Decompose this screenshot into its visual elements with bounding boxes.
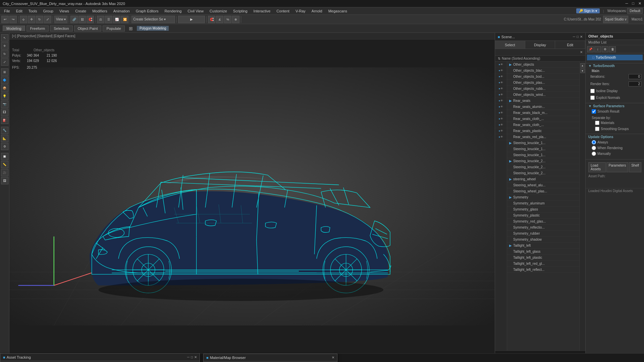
lt-scale[interactable]: ⤢ <box>1 58 8 66</box>
move-tool[interactable]: ✛ <box>28 16 35 23</box>
scene-item-taillight-left[interactable]: ▶Taillight_left <box>507 243 579 249</box>
scene-item-tl-plastic[interactable]: Taillight_left_plastic <box>507 255 579 261</box>
lt-btn16[interactable]: 📏 <box>1 161 8 168</box>
redo-button[interactable]: ↪ <box>9 16 17 23</box>
iterations-input[interactable] <box>629 74 641 79</box>
menu-views[interactable]: Views <box>57 8 72 14</box>
lt-btn9[interactable]: 📷 <box>1 101 8 108</box>
lt-btn10[interactable]: 🎞 <box>1 109 8 116</box>
scene-item-rs-cloth1[interactable]: Rear_seats_cloth_... <box>507 116 579 122</box>
scene-item-sk2[interactable]: ▶Steering_knuckle_2... <box>507 158 579 164</box>
menu-content[interactable]: Content <box>274 8 292 14</box>
scene-item-sk2b[interactable]: Steering_knuckle_2... <box>507 170 579 176</box>
menu-interactive[interactable]: Interactive <box>251 8 273 14</box>
scene-item-tl-glass[interactable]: Taillight_left_glass <box>507 249 579 255</box>
menu-vray[interactable]: V-Ray <box>293 8 308 14</box>
scene-panel-close[interactable]: ✕ <box>580 35 583 39</box>
scene-scrollbar[interactable] <box>495 351 585 353</box>
scene-item-rs-red[interactable]: Rear_seats_red_pla... <box>507 134 579 140</box>
scene-tab-display[interactable]: Display <box>525 41 555 49</box>
snap-3d[interactable]: 🧲 <box>208 16 215 23</box>
lt-btn7[interactable]: 📦 <box>1 84 8 92</box>
workspace-studio-dropdown[interactable]: Squid Studio v <box>603 16 628 23</box>
polygon-modeling-label[interactable]: Polygon Modeling <box>137 26 169 31</box>
mod-btn-delete[interactable]: 🗑 <box>609 46 616 52</box>
isoline-display-checkbox[interactable] <box>590 89 595 93</box>
mirror-tool[interactable]: ⚖ <box>97 16 104 23</box>
menu-customize[interactable]: Customize <box>207 8 230 14</box>
rotate-tool[interactable]: ↻ <box>36 16 43 23</box>
scene-item-sym-red-glass[interactable]: Symmetry_red_glas... <box>507 219 579 225</box>
menu-scripting[interactable]: Scripting <box>230 8 250 14</box>
scene-item-oo-window[interactable]: Other_objects_wind... <box>507 92 579 98</box>
scene-item-sw-aluminum[interactable]: Steering_wheel_alu... <box>507 182 579 188</box>
close-button[interactable]: ✕ <box>638 1 641 6</box>
at-close[interactable]: ✕ <box>194 355 197 359</box>
scene-items-list[interactable]: ▶Other_objects Other_objects_blac... Oth… <box>507 62 579 351</box>
lt-move[interactable]: ✛ <box>1 42 8 50</box>
scene-item-sym-shadow[interactable]: Symmetry_shadow <box>507 237 579 243</box>
always-radio[interactable] <box>592 140 596 144</box>
scene-item-other-objects[interactable]: ▶Other_objects <box>507 62 579 68</box>
render-iters-input[interactable] <box>629 81 641 86</box>
lt-btn14[interactable]: ⚙ <box>1 143 8 150</box>
menu-create[interactable]: Create <box>72 8 89 14</box>
undo-button[interactable]: ↩ <box>1 16 9 23</box>
scene-item-sym-reflection[interactable]: Symmetry_reflectio... <box>507 225 579 231</box>
menu-rendering[interactable]: Rendering <box>162 8 184 14</box>
lt-btn6[interactable]: 🔷 <box>1 76 8 84</box>
ribbon-tab-object-paint[interactable]: Object Paint <box>74 25 102 32</box>
scale-tool[interactable]: ⤢ <box>44 16 51 23</box>
scene-item-sym-rubber[interactable]: Symmetry_rubber <box>507 231 579 237</box>
scene-item-oo-plastic[interactable]: Other_objects_plas... <box>507 80 579 86</box>
lt-rotate[interactable]: ↻ <box>1 50 8 58</box>
scene-scroll-up[interactable]: ▲ <box>580 63 585 68</box>
surface-params-collapse[interactable]: ▼ <box>588 104 592 108</box>
scene-panel-minimize[interactable]: ─ <box>573 35 575 39</box>
align-tool[interactable]: ☰ <box>105 16 112 23</box>
when-rendering-radio[interactable] <box>592 146 596 150</box>
materials-checkbox[interactable] <box>595 121 599 125</box>
load-assets-button[interactable]: Load Assets <box>588 162 606 172</box>
scene-item-rear-seats[interactable]: ▶Rear_seats <box>507 98 579 104</box>
scene-item-sk1a[interactable]: Steering_knuckle_1... <box>507 146 579 152</box>
menu-civil-view[interactable]: Civil View <box>185 8 206 14</box>
scene-item-rs-cloth2[interactable]: Rear_seats_cloth_... <box>507 122 579 128</box>
smooth-result-checkbox[interactable] <box>592 109 596 114</box>
ribbon-tab-populate[interactable]: Populate <box>103 25 124 32</box>
mod-btn-config[interactable]: ⚙ <box>602 46 608 52</box>
menu-file[interactable]: File <box>1 8 13 14</box>
menu-modifiers[interactable]: Modifiers <box>90 8 110 14</box>
scene-item-oo-body[interactable]: Other_objects_bod... <box>507 74 579 80</box>
scene-tab-select[interactable]: Select <box>495 41 525 49</box>
lt-btn12[interactable]: 🔧 <box>1 127 8 134</box>
mb-close[interactable]: ✕ <box>332 356 334 359</box>
menu-edit[interactable]: Edit <box>13 8 25 14</box>
schematic-view[interactable]: 🔀 <box>121 16 128 23</box>
scene-item-sk2a[interactable]: Steering_knuckle_2... <box>507 164 579 170</box>
menu-graph-editors[interactable]: Graph Editors <box>133 8 161 14</box>
scene-x-button[interactable]: ✕ <box>579 50 584 55</box>
mod-btn-arrow[interactable]: ↕ <box>594 46 601 52</box>
menu-animation[interactable]: Animation <box>111 8 132 14</box>
named-select[interactable]: ▶ <box>178 16 205 23</box>
viewport-area[interactable]: [+] [Perspective] [Standard] [Edged Face… <box>9 33 495 353</box>
lt-camera[interactable]: 🎥 <box>1 169 8 176</box>
minimize-button[interactable]: ─ <box>626 1 628 6</box>
bind-tool[interactable]: 🧲 <box>87 16 94 23</box>
percent-snap[interactable]: % <box>224 16 231 23</box>
ribbon-tab-selection[interactable]: Selection <box>50 25 72 32</box>
mod-btn-pin[interactable]: 📌 <box>587 46 594 52</box>
unlink-tool[interactable]: ⛓ <box>78 16 86 23</box>
manually-radio[interactable] <box>592 152 596 156</box>
scene-item-tl-reflect[interactable]: Taillight_left_reflect... <box>507 267 579 273</box>
scene-item-sk1b[interactable]: Steering_knuckle_1... <box>507 152 579 158</box>
scene-item-sym-glass[interactable]: Symmetry_glass <box>507 206 579 213</box>
scene-item-oo-rubber[interactable]: Other_objects_rubb... <box>507 86 579 92</box>
parameters-button[interactable]: Parameters <box>606 162 629 172</box>
shelf-button[interactable]: Shelf <box>629 162 641 172</box>
scene-item-tl-red[interactable]: Taillight_left_red_gl... <box>507 261 579 267</box>
explicit-normals-checkbox[interactable] <box>590 96 595 100</box>
scene-item-oo-black[interactable]: Other_objects_blac... <box>507 68 579 74</box>
ribbon-tab-freeform[interactable]: Freeform <box>26 25 49 32</box>
